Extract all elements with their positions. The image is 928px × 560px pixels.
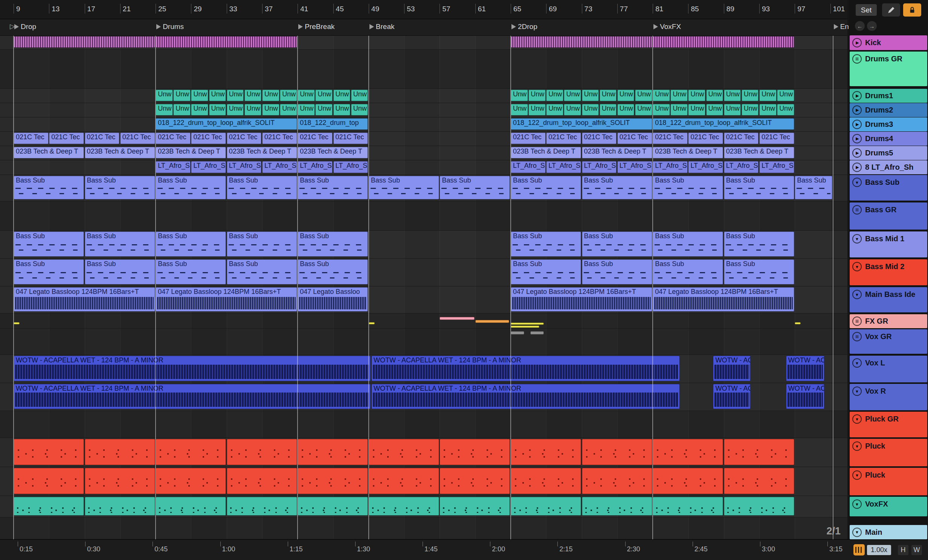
clip-d4[interactable]: 021C Tec xyxy=(298,132,333,144)
clip-fxy[interactable] xyxy=(511,323,544,325)
clip-voxfx[interactable] xyxy=(85,497,155,516)
clip-pluck[interactable] xyxy=(653,468,723,494)
clip-bass[interactable]: Bass Sub xyxy=(227,231,297,257)
clip-wave[interactable]: 047 Legato Bassloop 124BPM 16Bars+T xyxy=(14,287,155,312)
clip-unw[interactable]: Unw xyxy=(262,90,279,101)
track-row-pluck-2[interactable] xyxy=(0,467,847,496)
clip-unw[interactable]: Unw xyxy=(528,104,546,116)
track-header-main[interactable]: ▼Main xyxy=(850,525,927,539)
track-row-main[interactable] xyxy=(0,517,847,539)
clip-wotw[interactable]: WOTW - ACAPELLA WET - 124 BPM - A MINOR xyxy=(371,384,680,409)
locator-drop[interactable]: Drop xyxy=(14,23,36,31)
clip-d4[interactable]: 021C Tec xyxy=(511,132,546,144)
clip-afro[interactable]: LT_Afro_S xyxy=(298,161,333,173)
clip-bass[interactable]: Bass Sub xyxy=(156,176,226,199)
clip-unw[interactable]: Unw xyxy=(600,104,617,116)
clip-bass[interactable]: Bass Sub xyxy=(298,259,368,285)
clip-wotw[interactable]: WOTW - ACAPELLA WET - 124 BPM - A MINOR xyxy=(371,356,680,381)
audio-engine-icon[interactable] xyxy=(853,544,865,555)
clip-unw[interactable]: Unw xyxy=(564,90,581,101)
clip-bass[interactable]: Bass Sub xyxy=(724,259,794,285)
clip-unw[interactable]: Unw xyxy=(546,104,563,116)
clip-wave[interactable]: 047 Legato Bassloop 124BPM 16Bars+T xyxy=(156,287,297,312)
track-header-8-lt-afro-sh[interactable]: ▶8 LT_Afro_Sh xyxy=(850,160,927,174)
track-row-drums5[interactable]: 023B Tech & Deep T023B Tech & Deep T023B… xyxy=(0,146,847,160)
clip-d3[interactable]: 018_122_drum_top_loop_alfrik_SOLIT xyxy=(511,118,652,130)
track-header-vox-r[interactable]: ▼Vox R xyxy=(850,384,927,410)
beat-ruler[interactable]: 9131721252933374145495357616569737781858… xyxy=(0,0,847,19)
track-row-drums3[interactable]: 018_122_drum_top_loop_alfrik_SOLIT018_12… xyxy=(0,117,847,132)
clip-afro[interactable]: LT_Afro_S xyxy=(333,161,368,173)
track-row-pluck-gr[interactable] xyxy=(0,411,847,438)
clip-afro[interactable]: LT_Afro_S xyxy=(653,161,688,173)
clip-d5[interactable]: 023B Tech & Deep T xyxy=(14,147,84,158)
clip-wave[interactable]: 047 Legato Bassloop 124BPM 16Bars+T xyxy=(653,287,794,312)
clip-voxfx[interactable] xyxy=(440,497,510,516)
clip-unw[interactable]: Unw xyxy=(173,104,191,116)
clip-pluck[interactable] xyxy=(511,439,581,465)
clip-afro[interactable]: LT_Afro_S xyxy=(688,161,723,173)
clip-voxfx[interactable] xyxy=(156,497,226,516)
track-header-bass-mid-2[interactable]: ▼Bass Mid 2 xyxy=(850,259,927,285)
clip-unw[interactable]: Unw xyxy=(617,104,635,116)
track-header-pluck-gr[interactable]: ▼Pluck GR xyxy=(850,412,927,437)
clip-voxfx[interactable] xyxy=(369,497,439,516)
clip-unw[interactable]: Unw xyxy=(298,104,315,116)
clip-wotw[interactable]: WOTW - AC xyxy=(786,356,824,381)
clip-afro[interactable]: LT_Afro_S xyxy=(156,161,191,173)
clip-unw[interactable]: Unw xyxy=(227,90,244,101)
clip-unw[interactable]: Unw xyxy=(244,90,262,101)
clip-unw[interactable]: Unw xyxy=(209,104,226,116)
clip-d3[interactable]: 018_122_drum_top xyxy=(298,118,368,130)
clip-d5[interactable]: 023B Tech & Deep T xyxy=(156,147,226,158)
zoom-level[interactable]: 1.00x xyxy=(867,545,891,555)
track-row-vox-gr[interactable] xyxy=(0,329,847,355)
time-ruler[interactable]: 1.00x H W 0:150:300:451:001:151:301:452:… xyxy=(0,539,928,560)
clip-bass[interactable]: Bass Sub xyxy=(85,259,155,285)
track-row-vox-r[interactable]: WOTW - ACAPELLA WET - 124 BPM - A MINORW… xyxy=(0,383,847,411)
clip-unw[interactable]: Unw xyxy=(173,90,191,101)
clip-afro[interactable]: LT_Afro_S xyxy=(617,161,652,173)
clip-afro[interactable]: LT_Afro_S xyxy=(582,161,617,173)
track-header-drums4[interactable]: ▶Drums4 xyxy=(850,132,927,146)
clip-unw[interactable]: Unw xyxy=(209,90,226,101)
clip-d5[interactable]: 023B Tech & Deep T xyxy=(582,147,652,158)
clip-voxfx[interactable] xyxy=(582,497,652,516)
clip-d3[interactable]: 018_122_drum_top_loop_alfrik_SOLIT xyxy=(156,118,297,130)
zoom-width-button[interactable]: W xyxy=(911,545,922,555)
clip-unw[interactable]: Unw xyxy=(706,104,723,116)
clip-unw[interactable]: Unw xyxy=(582,90,599,101)
locator-prebreak[interactable]: PreBreak xyxy=(298,23,334,31)
clip-unw[interactable]: Unw xyxy=(280,90,297,101)
track-header-voxfx[interactable]: ▼VoxFX xyxy=(850,497,927,516)
clip-pluck[interactable] xyxy=(156,468,226,494)
locator-lane[interactable]: ▷ DropDrumsPreBreakBreak2DropVoxFXEn xyxy=(0,19,847,36)
clip-unw[interactable]: Unw xyxy=(511,90,528,101)
clip-unw[interactable]: Unw xyxy=(156,90,173,101)
set-button[interactable]: Set xyxy=(856,4,877,16)
clip-voxfx[interactable] xyxy=(511,497,581,516)
track-header-drums1[interactable]: ▶Drums1 xyxy=(850,89,927,103)
clip-bass[interactable]: Bass Sub xyxy=(653,259,723,285)
clip-pluck[interactable] xyxy=(440,439,510,465)
track-row-kick[interactable] xyxy=(0,35,847,50)
clip-bass[interactable]: Bass Sub xyxy=(795,176,832,199)
track-header-fx-gr[interactable]: ≡FX GR xyxy=(850,314,927,328)
clip-pluck[interactable] xyxy=(298,468,368,494)
clip-kick[interactable] xyxy=(156,36,297,48)
clip-bass[interactable]: Bass Sub xyxy=(724,231,794,257)
track-row-bass-mid-2[interactable]: Bass SubBass SubBass SubBass SubBass Sub… xyxy=(0,259,847,286)
clip-afro[interactable]: LT_Afro_S xyxy=(191,161,226,173)
clip-fxy[interactable] xyxy=(369,322,375,324)
track-header-pluck[interactable]: ▼Pluck xyxy=(850,468,927,495)
clip-wotw[interactable]: WOTW - ACAPELLA WET - 124 BPM - A MINOR xyxy=(14,384,371,409)
clip-wotw[interactable]: WOTW - AC xyxy=(713,384,751,409)
clip-d4[interactable]: 021C Tec xyxy=(14,132,49,144)
clip-d5[interactable]: 023B Tech & Deep T xyxy=(85,147,155,158)
track-row-voxfx[interactable] xyxy=(0,496,847,517)
track-header-vox-l[interactable]: ▼Vox L xyxy=(850,356,927,382)
track-header-drums3[interactable]: ▶Drums3 xyxy=(850,117,927,131)
clip-unw[interactable]: Unw xyxy=(546,90,563,101)
clip-unw[interactable]: Unw xyxy=(670,104,688,116)
clip-pluck[interactable] xyxy=(724,439,794,465)
